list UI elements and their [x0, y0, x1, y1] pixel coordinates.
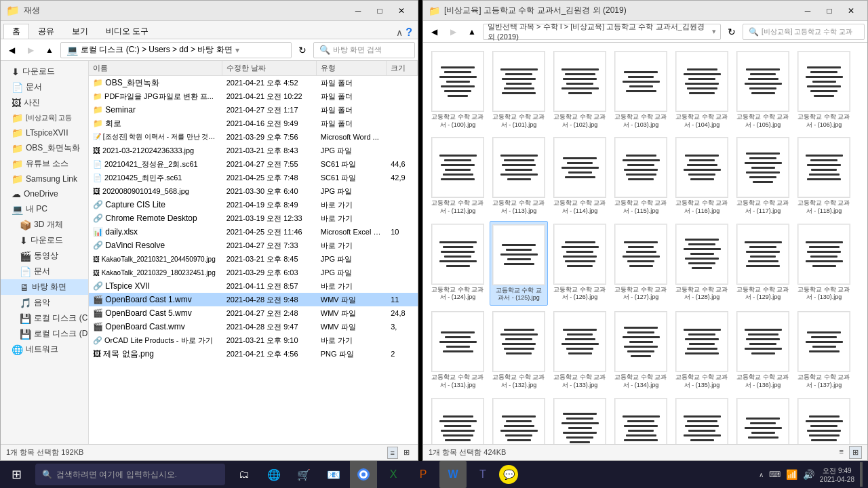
sidebar-item-photos[interactable]: 🖼사진 [1, 95, 88, 110]
sidebar-item-video[interactable]: 🎬동영상 [1, 248, 88, 264]
thumbnail-item[interactable]: 고등학교 수학 교과서 - (103).jpg [612, 48, 670, 131]
thumbnail-item[interactable]: 고등학교 수학 교과서 - (127).jpg [612, 221, 670, 306]
tray-keyboard-icon[interactable]: ⌨ [769, 470, 781, 479]
taskbar-icon-edge[interactable]: 🌐 [260, 461, 288, 488]
file-row[interactable]: 🎬 OpenBoard Cast.wmv2021-04-28 오전 9:47WM… [89, 320, 418, 333]
thumbnail-item[interactable]: 고등학교 수학 교과서 - (101).jpg [490, 48, 548, 131]
taskbar-icon-kakaotalk[interactable]: 💬 [499, 465, 518, 484]
thumbnail-item[interactable]: 고등학교 수학 교과서 - (118).jpg [795, 134, 853, 218]
col-name[interactable]: 이름 [89, 61, 222, 75]
tab-share[interactable]: 공유 [29, 24, 63, 39]
thumbnail-item[interactable]: 고등학교 수학 교과서 - (136).jpg [734, 308, 792, 392]
file-row[interactable]: 📁 회로2021-04-16 오전 9:49파일 폴더 [89, 117, 418, 130]
taskbar-icon-chrome[interactable] [350, 461, 377, 488]
right-back-button[interactable]: ◀ [426, 24, 442, 40]
file-row[interactable]: 🖼 KakaoTalk_20210321_204450970.jpg2021-0… [89, 252, 418, 266]
right-refresh-button[interactable]: ↻ [724, 24, 740, 40]
thumbnail-item[interactable]: 고등학교 수학 교과서 - (117).jpg [734, 134, 792, 218]
start-button[interactable]: ⊞ [0, 461, 33, 488]
file-row[interactable]: 🖼 20200809010149_568.jpg2021-03-30 오후 6:… [89, 184, 418, 198]
refresh-button[interactable]: ↻ [294, 42, 311, 58]
taskbar-icon-store[interactable]: 🛒 [290, 461, 317, 488]
thumbnail-item[interactable]: 고등학교 수학 교과서 - (142).jpg [673, 395, 731, 445]
taskbar-icon-explorer[interactable]: 🗂 [231, 461, 258, 488]
right-up-button[interactable]: ▲ [464, 24, 480, 40]
address-path[interactable]: 💻 로컬 디스크 (C:) > Users > dd > 바탕 화면 ▾ [60, 42, 292, 58]
sidebar-item-local-c[interactable]: 💾로컬 디스크 (C:) [1, 310, 88, 326]
show-desktop-button[interactable] [860, 462, 863, 487]
file-row[interactable]: 🔗 Capture CIS Lite2021-04-19 오후 8:49바로 가… [89, 198, 418, 211]
thumbnail-item[interactable]: 고등학교 수학 교과서 - (139).jpg [490, 395, 548, 445]
thumbnail-item[interactable]: 고등학교 수학 교과서 - (125).jpg [490, 221, 548, 306]
thumbnail-item[interactable]: 고등학교 수학 교과서 - (113).jpg [490, 134, 548, 218]
right-maximize-button[interactable]: □ [818, 3, 840, 19]
thumbnail-item[interactable]: 고등학교 수학 교과서 - (137).jpg [795, 308, 853, 392]
ribbon-expand-icon[interactable]: ∧ [396, 27, 403, 38]
thumbnail-item[interactable]: 고등학교 수학 교과서 - (124).jpg [429, 221, 487, 306]
grid-view-button[interactable]: ⊞ [401, 447, 412, 459]
thumbnail-item[interactable]: 고등학교 수학 교과서 - (130).jpg [795, 221, 853, 306]
file-row[interactable]: 📁 PDF파일을 JPG파일로 변환 프...2021-04-21 오전 10:… [89, 89, 418, 103]
taskbar-clock[interactable]: 오전 9:49 2021-04-28 [820, 466, 854, 483]
file-row-selected[interactable]: 🎬 OpenBoard Cast 1.wmv2021-04-28 오전 9:48… [89, 293, 418, 306]
file-row[interactable]: 🔗 LTspice XVII2021-04-11 오전 8:57바로 가기 [89, 279, 418, 293]
file-row[interactable]: 🔗 Chrome Remote Desktop2021-03-19 오전 12:… [89, 211, 418, 225]
col-date[interactable]: 수정한 날짜 [222, 61, 317, 75]
thumbnail-item[interactable]: 고등학교 수학 교과서 - (116).jpg [673, 134, 731, 218]
thumbnail-item[interactable]: 고등학교 수학 교과서 - (140).jpg [551, 395, 609, 445]
sidebar-item-download2[interactable]: ⬇다운로드 [1, 232, 88, 248]
thumbnail-item[interactable]: 고등학교 수학 교과서 - (131).jpg [429, 308, 487, 392]
tray-volume-icon[interactable]: 🔊 [803, 469, 814, 480]
thumbnail-item[interactable]: 고등학교 수학 교과서 - (105).jpg [734, 48, 792, 131]
thumbnail-item[interactable]: 고등학교 수학 교과서 - (106).jpg [795, 48, 853, 131]
thumbnail-item[interactable]: 고등학교 수학 교과서 - (135).jpg [673, 308, 731, 392]
sidebar-item-obs[interactable]: 📁OBS_화면녹화 [1, 140, 88, 156]
file-row[interactable]: 📄 20210421_정성윤_2회.sc612021-04-27 오전 7:55… [89, 157, 418, 171]
sidebar-item-ltspice[interactable]: 📁LTspiceXVII [1, 125, 88, 140]
thumbnail-item[interactable]: 고등학교 수학 교과서 - (114).jpg [551, 134, 609, 218]
sidebar-item-samsung[interactable]: 📁Samsung Link [1, 171, 88, 186]
thumbnail-item[interactable]: 고등학교 수학 교과서 - (134).jpg [612, 308, 670, 392]
thumbnail-item[interactable]: 고등학교 수학 교과서 - (112).jpg [429, 134, 487, 218]
thumbnail-item[interactable]: 고등학교 수학 교과서 - (126).jpg [551, 221, 609, 306]
thumbnail-item[interactable]: 고등학교 수학 교과서 - (102).jpg [551, 48, 609, 131]
thumbnail-item[interactable]: 고등학교 수학 교과서 - (143).jpg [734, 395, 792, 445]
tray-network-icon[interactable]: 📶 [786, 469, 797, 480]
right-search-box[interactable]: 🔍 [비상교육] 고등학교 수학 교과 [743, 24, 865, 40]
thumbnail-item[interactable]: 고등학교 수학 교과서 - (138).jpg [429, 395, 487, 445]
sidebar-item-youtube[interactable]: 📁유튜브 소스 [1, 156, 88, 171]
col-type[interactable]: 유형 [317, 61, 387, 75]
list-view-button[interactable]: ≡ [387, 447, 398, 459]
sidebar-item-pc[interactable]: 💻내 PC [1, 201, 88, 217]
tab-video-tools[interactable]: 비디오 도구 [97, 24, 157, 39]
taskbar-icon-ppt[interactable]: P [410, 461, 437, 488]
file-row[interactable]: 🖼 2021-03-212024236333.jpg2021-03-21 오후 … [89, 144, 418, 157]
breadcrumb[interactable]: 일반선택 과목 > 수학 I > [비상교육] 고등학교 수학 교과서_김원경 … [483, 24, 721, 40]
right-list-view-button[interactable]: ≡ [837, 446, 846, 459]
tray-expand-icon[interactable]: ∧ [759, 471, 764, 479]
file-row[interactable]: 🖼 KakaoTalk_20210329_180232451.jpg2021-0… [89, 266, 418, 279]
help-icon[interactable]: ? [406, 26, 412, 39]
tab-home[interactable]: 홈 [3, 24, 29, 39]
taskbar-icon-excel[interactable]: X [380, 461, 407, 488]
sidebar-item-desktop[interactable]: 🖥바탕 화면 [1, 279, 88, 295]
sidebar-item-docs2[interactable]: 📄문서 [1, 264, 88, 279]
thumbnail-item[interactable]: 고등학교 수학 교과서 - (100).jpg [429, 48, 487, 131]
taskbar-icon-teams[interactable]: T [469, 461, 496, 488]
close-button[interactable]: ✕ [391, 3, 412, 19]
sidebar-item-local-d[interactable]: 💾로컬 디스크 (D:) [1, 326, 88, 342]
minimize-button[interactable]: ─ [347, 3, 369, 19]
up-button[interactable]: ▲ [41, 42, 58, 58]
file-row[interactable]: 📝 [조성진] 학원 이력서 - 저를 만난 것이 ...2021-03-29 … [89, 130, 418, 144]
file-row[interactable]: 🔗 DaVinci Resolve2021-04-27 오전 7:33바로 가기 [89, 239, 418, 252]
sidebar-item-3d[interactable]: 📦3D 개체 [1, 217, 88, 232]
thumbnail-item[interactable]: 고등학교 수학 교과서 - (141).jpg [612, 395, 670, 445]
col-size[interactable]: 크기 [387, 61, 418, 75]
file-row[interactable]: 📊 daily.xlsx2021-04-25 오전 11:46Microsoft… [89, 225, 418, 239]
right-forward-button[interactable]: ▶ [445, 24, 461, 40]
back-button[interactable]: ◀ [3, 42, 20, 58]
right-grid-view-button[interactable]: ⊞ [849, 446, 862, 459]
thumbnail-item[interactable]: 고등학교 수학 교과서 - (133).jpg [551, 308, 609, 392]
right-minimize-button[interactable]: ─ [797, 3, 818, 19]
file-row[interactable]: 🎬 OpenBoard Cast 5.wmv2021-04-27 오전 2:48… [89, 306, 418, 320]
